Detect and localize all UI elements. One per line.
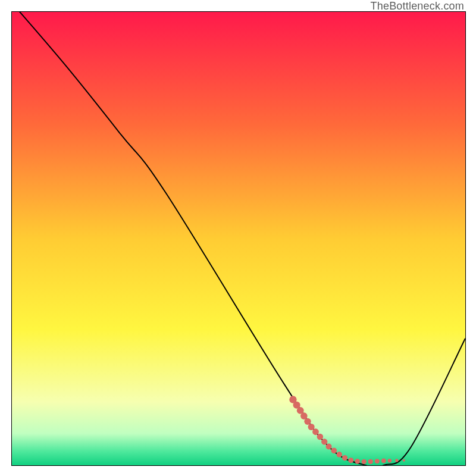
- range-dot: [395, 459, 398, 462]
- range-dot: [336, 452, 342, 457]
- range-dot: [375, 459, 380, 464]
- range-dot: [331, 447, 337, 453]
- range-dot: [355, 459, 360, 464]
- range-dot: [317, 434, 324, 440]
- range-dot: [312, 428, 319, 435]
- chart-frame: TheBottleneck.com: [0, 0, 476, 476]
- gradient-background: [12, 12, 465, 465]
- range-dot: [368, 459, 373, 464]
- range-dot: [348, 458, 353, 463]
- bottleneck-chart: [12, 12, 465, 465]
- range-dot: [326, 444, 332, 450]
- range-dot: [362, 459, 367, 464]
- range-dot: [304, 418, 311, 425]
- range-dot: [388, 459, 392, 462]
- range-dot: [321, 439, 327, 444]
- watermark-label: TheBottleneck.com: [371, 0, 464, 12]
- range-dot: [403, 459, 405, 462]
- plot-area: [11, 11, 466, 466]
- range-dot: [381, 459, 386, 464]
- range-dot: [308, 424, 315, 430]
- range-dot: [342, 455, 347, 461]
